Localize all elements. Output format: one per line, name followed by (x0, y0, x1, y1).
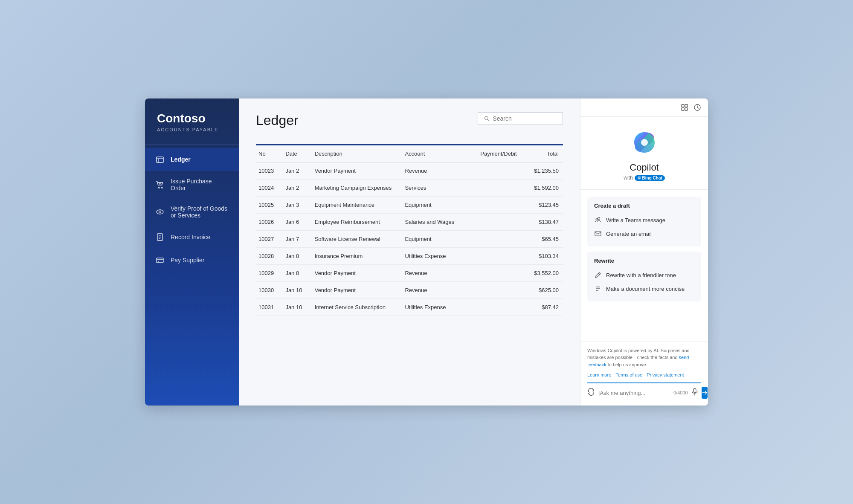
history-icon[interactable] (693, 103, 702, 112)
col-header-no: No (256, 145, 281, 162)
copilot-links: Learn more Terms of use Privacy statemen… (587, 372, 701, 377)
svg-point-7 (157, 210, 163, 214)
svg-rect-15 (158, 261, 159, 262)
sidebar-item-ledger[interactable]: Ledger (145, 148, 239, 171)
table-row[interactable]: 10031 Jan 10 Internet Service Subscripti… (256, 299, 563, 316)
cell-total: $1,235.50 (521, 162, 563, 180)
suggestion-teams-msg[interactable]: Write a Teams message (594, 213, 694, 227)
cell-account: Revenue (400, 282, 466, 299)
eye-icon (155, 207, 165, 217)
copilot-name: Copilot (630, 162, 659, 173)
suggestion-concise[interactable]: Make a document more concise (594, 282, 694, 295)
svg-rect-34 (693, 388, 696, 393)
col-header-desc: Description (310, 145, 401, 162)
page-title-underline (256, 132, 299, 132)
copilot-header: Copilot with b Bing Chat (580, 117, 708, 190)
sidebar: Contoso ACCOUNTS PAYABLE Ledger (145, 98, 239, 406)
cell-payment (467, 265, 521, 282)
cell-desc: Vendor Payment (310, 265, 401, 282)
cell-no: 10025 (256, 197, 281, 214)
table-row[interactable]: 10029 Jan 8 Vendor Payment Revenue $3,55… (256, 265, 563, 282)
copilot-logo (631, 129, 658, 156)
svg-point-4 (162, 187, 163, 188)
mic-icon[interactable] (691, 388, 698, 397)
ledger-icon (155, 155, 165, 164)
cell-no: 10028 (256, 248, 281, 265)
col-header-payment: Payment/Debit (467, 145, 521, 162)
cell-date: Jan 2 (281, 180, 310, 197)
cell-desc: Equipment Maintenance (310, 197, 401, 214)
cell-account: Utilities Expense (400, 248, 466, 265)
app-logo: Contoso (157, 112, 227, 125)
cell-date: Jan 3 (281, 197, 310, 214)
copilot-toolbar (580, 98, 708, 117)
sidebar-header: Contoso ACCOUNTS PAYABLE (145, 98, 239, 145)
cell-payment (467, 180, 521, 197)
table-row[interactable]: 10027 Jan 7 Software License Renewal Equ… (256, 231, 563, 248)
cell-no: 10026 (256, 214, 281, 231)
concise-label: Make a document more concise (606, 286, 685, 292)
cell-total: $138.47 (521, 214, 563, 231)
svg-line-30 (598, 273, 600, 275)
send-button[interactable] (702, 387, 708, 399)
privacy-link[interactable]: Privacy statement (647, 372, 684, 377)
cell-payment (467, 231, 521, 248)
cell-date: Jan 10 (281, 299, 310, 316)
create-draft-group: Create a draft Write a Teams message (587, 197, 701, 246)
search-input[interactable] (493, 115, 557, 122)
cell-payment (467, 282, 521, 299)
cell-payment (467, 162, 521, 180)
svg-point-27 (598, 217, 600, 220)
search-icon (484, 116, 489, 122)
rewrite-group: Rewrite Rewrite with a friendlier tone (587, 252, 701, 301)
suggestion-friendlier[interactable]: Rewrite with a friendlier tone (594, 268, 694, 282)
sidebar-item-pay[interactable]: Pay Supplier (145, 249, 239, 272)
cell-payment (467, 248, 521, 265)
svg-point-28 (596, 218, 598, 220)
cell-date: Jan 7 (281, 231, 310, 248)
svg-rect-18 (682, 104, 684, 107)
grid-icon[interactable] (680, 103, 689, 112)
cell-total: $625.00 (521, 282, 563, 299)
learn-more-link[interactable]: Learn more (587, 372, 611, 377)
sidebar-item-ledger-label: Ledger (171, 156, 191, 163)
friendlier-label: Rewrite with a friendlier tone (606, 272, 676, 278)
cell-desc: Vendor Payment (310, 162, 401, 180)
table-row[interactable]: 10028 Jan 8 Insurance Premium Utilities … (256, 248, 563, 265)
table-row[interactable]: 10025 Jan 3 Equipment Maintenance Equipm… (256, 197, 563, 214)
copilot-input[interactable] (598, 390, 670, 396)
svg-rect-21 (685, 108, 688, 110)
cell-no: 10027 (256, 231, 281, 248)
cell-total: $87.42 (521, 299, 563, 316)
cell-no: 10030 (256, 282, 281, 299)
pay-icon (155, 255, 165, 265)
svg-rect-0 (157, 157, 163, 162)
search-box[interactable] (478, 112, 563, 125)
suggestion-email[interactable]: Generate an email (594, 227, 694, 240)
sidebar-item-pay-label: Pay Supplier (171, 257, 204, 264)
table-row[interactable]: 10024 Jan 2 Marketing Campaign Expenses … (256, 180, 563, 197)
table-row[interactable]: 10023 Jan 2 Vendor Payment Revenue $1,23… (256, 162, 563, 180)
sidebar-item-invoice[interactable]: Record Invoice (145, 226, 239, 249)
sidebar-item-verify[interactable]: Verify Proof of Goods or Services (145, 198, 239, 226)
cell-account: Revenue (400, 265, 466, 282)
bing-badge: b Bing Chat (635, 175, 665, 181)
rewrite-title: Rewrite (594, 258, 694, 264)
svg-point-3 (159, 187, 160, 188)
sidebar-nav: Ledger Issue Purchase Order (145, 145, 239, 406)
sidebar-item-invoice-label: Record Invoice (171, 234, 210, 240)
cell-desc: Software License Renewal (310, 231, 401, 248)
table-row[interactable]: 10026 Jan 6 Employee Reimbursement Salar… (256, 214, 563, 231)
terms-link[interactable]: Terms of use (615, 372, 642, 377)
copilot-suggestions: Create a draft Write a Teams message (580, 190, 708, 342)
svg-text:b: b (638, 177, 640, 180)
cell-desc: Employee Reimbursement (310, 214, 401, 231)
page-header: Ledger (256, 112, 563, 132)
table-row[interactable]: 10030 Jan 10 Vendor Payment Revenue $625… (256, 282, 563, 299)
sidebar-item-verify-label: Verify Proof of Goods or Services (171, 205, 229, 219)
page-title: Ledger (256, 112, 299, 128)
copilot-panel: Copilot with b Bing Chat Create a draft (580, 98, 708, 406)
cell-payment (467, 214, 521, 231)
sidebar-item-issue-po[interactable]: Issue Purchase Order (145, 171, 239, 198)
refresh-icon[interactable] (587, 388, 595, 397)
